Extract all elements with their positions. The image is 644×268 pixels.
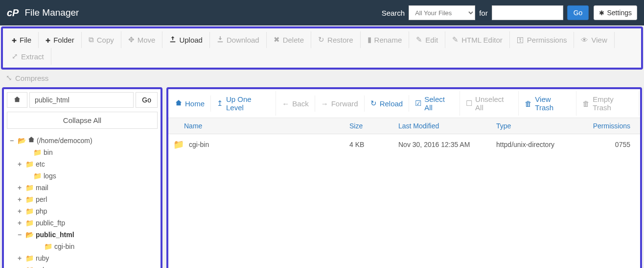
row-name-label: cgi-bin	[189, 141, 209, 148]
search-label: Search	[382, 9, 405, 17]
nav-home-button[interactable]: Home	[169, 96, 211, 112]
folder-tree-panel: Go Collapse All − 📂 (/home/democom) 📁bin…	[2, 87, 162, 268]
unselect-all-label: Unselect All	[475, 95, 512, 112]
copy-label: Copy	[97, 36, 114, 44]
tree-item-label: ruby	[36, 253, 49, 264]
edit-button[interactable]: ✎Edit	[409, 31, 445, 48]
copy-icon: ⧉	[89, 35, 94, 44]
tree-item-label: ssl	[36, 265, 44, 268]
folder-icon: 📁	[25, 182, 34, 193]
path-input[interactable]	[29, 92, 134, 108]
tree-root[interactable]: − 📂 (/home/democom)	[10, 135, 158, 146]
unselect-all-button[interactable]: ☐Unselect All	[460, 91, 519, 116]
nav-forward-button[interactable]: →Forward	[315, 96, 365, 112]
folder-label: Folder	[53, 36, 74, 44]
folder-icon: 📁	[25, 253, 34, 264]
nav-up-button[interactable]: ↥Up One Level	[211, 91, 276, 116]
nav-reload-button[interactable]: ↻Reload	[365, 95, 410, 112]
trash-icon: 🗑	[582, 99, 590, 108]
upload-icon	[169, 36, 176, 44]
collapse-icon[interactable]: −	[10, 135, 16, 146]
view-trash-button[interactable]: 🗑View Trash	[519, 91, 576, 116]
html-editor-label: HTML Editor	[461, 36, 503, 44]
rename-button[interactable]: ▮Rename	[361, 31, 410, 48]
collapse-all-button[interactable]: Collapse All	[7, 112, 158, 129]
expand-icon[interactable]: +	[18, 182, 23, 193]
folder-icon: 📁	[44, 241, 52, 252]
reload-icon: ↻	[370, 99, 377, 108]
folder-icon: 📁	[25, 159, 34, 170]
delete-icon: ✖	[274, 35, 280, 44]
expand-icon[interactable]: +	[18, 206, 23, 217]
collapse-icon[interactable]: −	[18, 229, 23, 240]
column-permissions-header[interactable]: Permissions	[579, 122, 640, 130]
tree-item[interactable]: +📁ruby	[10, 252, 158, 264]
expand-icon[interactable]: +	[18, 253, 23, 264]
extract-button[interactable]: ⤢Extract	[5, 48, 51, 65]
copy-button[interactable]: ⧉Copy	[82, 31, 121, 48]
new-file-button[interactable]: File	[5, 32, 39, 48]
tree-item[interactable]: +📁etc	[10, 158, 158, 170]
path-go-button[interactable]: Go	[136, 92, 158, 108]
search-go-button[interactable]: Go	[567, 5, 589, 20]
home-button[interactable]	[7, 92, 27, 108]
column-modified-header[interactable]: Last Modified	[393, 122, 491, 130]
tree-item[interactable]: +📁ssl	[10, 264, 158, 268]
tree-item[interactable]: 📁cgi-bin	[10, 241, 158, 252]
download-button[interactable]: Download	[210, 32, 267, 48]
empty-trash-button[interactable]: 🗑Empty Trash	[576, 91, 639, 116]
new-folder-button[interactable]: Folder	[39, 32, 82, 48]
download-label: Download	[227, 36, 259, 44]
eye-icon: 👁	[581, 36, 588, 44]
tree-item-selected[interactable]: −📂public_html	[10, 229, 158, 241]
tree-item[interactable]: +📁public_ftp	[10, 217, 158, 229]
tree-item[interactable]: 📁bin	[10, 146, 158, 158]
tree-item[interactable]: +📁php	[10, 205, 158, 217]
row-modified: Nov 30, 2016 12:35 AM	[393, 141, 491, 148]
search-input[interactable]	[492, 5, 563, 20]
expand-icon[interactable]: +	[18, 159, 23, 170]
move-button[interactable]: ✥Move	[121, 31, 163, 48]
nav-back-button[interactable]: ←Back	[276, 96, 315, 112]
nav-reload-label: Reload	[380, 99, 403, 108]
select-all-button[interactable]: ☑Select All	[409, 91, 460, 116]
permissions-label: Permissions	[527, 36, 567, 44]
main-content: Go Collapse All − 📂 (/home/democom) 📁bin…	[0, 85, 644, 268]
delete-label: Delete	[283, 36, 304, 44]
tree-item[interactable]: 📁logs	[10, 170, 158, 182]
expand-icon[interactable]: +	[18, 194, 23, 205]
permissions-button[interactable]: ⚿Permissions	[510, 32, 575, 48]
folder-open-icon: 📂	[25, 229, 34, 240]
nav-back-label: Back	[292, 99, 308, 108]
delete-button[interactable]: ✖Delete	[267, 31, 311, 48]
tree-item-label: etc	[36, 159, 45, 170]
move-label: Move	[138, 36, 156, 44]
column-name-header[interactable]: Name	[168, 122, 345, 130]
expand-icon[interactable]: +	[18, 265, 23, 268]
empty-trash-label: Empty Trash	[593, 95, 633, 112]
column-type-header[interactable]: Type	[491, 122, 579, 130]
cpanel-logo: cP	[7, 7, 19, 19]
column-size-header[interactable]: Size	[345, 122, 393, 130]
settings-label: Settings	[607, 9, 632, 17]
view-trash-label: View Trash	[535, 95, 570, 112]
pencil-icon: ✎	[416, 35, 422, 44]
restore-button[interactable]: ↻Restore	[311, 31, 361, 48]
folder-icon: 📁	[25, 194, 34, 205]
upload-button[interactable]: Upload	[162, 32, 210, 48]
app-title: File Manager	[24, 7, 79, 18]
folder-icon: 📁	[25, 218, 34, 228]
folder-open-icon: 📂	[18, 135, 26, 146]
plus-icon	[12, 36, 17, 44]
gear-icon	[599, 9, 604, 17]
expand-icon[interactable]: +	[18, 218, 23, 228]
table-row[interactable]: 📁 cgi-bin 4 KB Nov 30, 2016 12:35 AM htt…	[168, 134, 640, 155]
html-editor-button[interactable]: ✎HTML Editor	[445, 31, 510, 48]
search-scope-select[interactable]: All Your Files	[409, 5, 475, 20]
settings-button[interactable]: Settings	[594, 5, 637, 20]
compress-button[interactable]: ⤡Compress	[0, 71, 644, 85]
extract-icon: ⤢	[12, 52, 18, 61]
view-button[interactable]: 👁View	[574, 32, 614, 48]
tree-item[interactable]: +📁perl	[10, 194, 158, 205]
tree-item[interactable]: +📁mail	[10, 182, 158, 194]
